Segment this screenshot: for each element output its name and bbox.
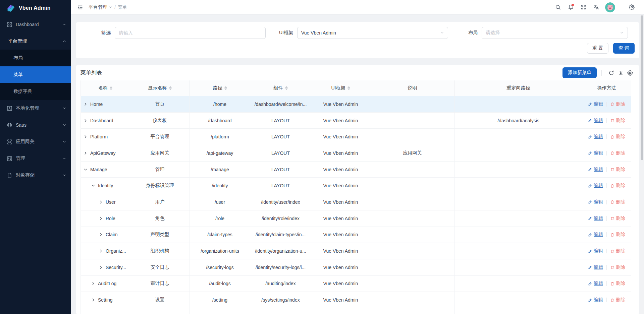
edit-button[interactable]: 编辑: [588, 232, 603, 238]
filter-layout-select[interactable]: 请选择: [482, 27, 628, 39]
table-row[interactable]: Setting设置/setting/sys/settings/indexVue …: [80, 292, 635, 308]
sort-icon[interactable]: [169, 86, 172, 90]
sidebar-item-Dashboard[interactable]: Dashboard: [0, 16, 71, 33]
edit-button[interactable]: 编辑: [588, 297, 603, 303]
delete-button[interactable]: 删除: [610, 215, 625, 222]
operations-cell: 编辑删除: [582, 227, 631, 243]
delete-button[interactable]: 删除: [610, 150, 625, 156]
edit-button[interactable]: 编辑: [588, 167, 603, 173]
column-header-名称[interactable]: 名称: [80, 80, 130, 96]
add-menu-button[interactable]: 添加新菜单: [562, 67, 597, 78]
edit-button[interactable]: 编辑: [588, 264, 603, 270]
delete-button[interactable]: 删除: [610, 183, 625, 189]
reset-button[interactable]: 重 置: [587, 43, 608, 54]
edit-button[interactable]: 编辑: [588, 248, 603, 254]
table-row[interactable]: User用户/user/identity/user/indexVue Vben …: [80, 194, 635, 210]
column-header-组件[interactable]: 组件: [250, 80, 311, 96]
row-height-icon[interactable]: [616, 68, 625, 77]
redirect-cell: [455, 292, 582, 308]
expand-row-icon[interactable]: [84, 102, 88, 106]
sidebar-item-平台管理[interactable]: 平台管理: [0, 33, 71, 50]
edit-button[interactable]: 编辑: [588, 183, 603, 189]
expand-row-icon[interactable]: [99, 216, 103, 221]
table-row[interactable]: Dashboard仪表板/dashboardLAYOUTVue Vben Adm…: [80, 113, 635, 129]
sidebar-item-数据字典[interactable]: 数据字典: [0, 83, 71, 100]
edit-button[interactable]: 编辑: [588, 215, 603, 222]
delete-button[interactable]: 删除: [610, 280, 625, 287]
refresh-icon[interactable]: [606, 68, 616, 77]
expand-row-icon[interactable]: [99, 249, 103, 253]
table-row[interactable]: [80, 308, 635, 314]
delete-button[interactable]: 删除: [610, 134, 625, 140]
edit-button[interactable]: 编辑: [588, 150, 603, 156]
logo[interactable]: Vben Admin: [0, 0, 71, 16]
sidebar-item-管理[interactable]: 管理: [0, 150, 71, 167]
column-header-显示名称[interactable]: 显示名称: [130, 80, 190, 96]
table-row[interactable]: Organiz...组织机构/organization-units/identi…: [80, 243, 635, 259]
sidebar-collapse-icon[interactable]: [74, 2, 86, 13]
column-header-UI框架[interactable]: UI框架: [311, 80, 370, 96]
sort-icon[interactable]: [347, 86, 350, 90]
edit-button[interactable]: 编辑: [588, 199, 603, 205]
table-row[interactable]: Claim声明类型/claim-types/identity/claim-typ…: [80, 227, 635, 243]
column-header-路径[interactable]: 路径: [190, 80, 250, 96]
scrollbar-thumb[interactable]: [641, 15, 643, 160]
translate-icon[interactable]: [590, 2, 602, 13]
delete-button[interactable]: 删除: [610, 118, 625, 124]
expand-row-icon[interactable]: [99, 200, 103, 204]
avatar[interactable]: [605, 2, 615, 12]
expand-row-icon[interactable]: [84, 151, 88, 155]
table-row[interactable]: Security...安全日志/security-logs/identity/s…: [80, 259, 635, 276]
expand-row-icon[interactable]: [91, 281, 95, 286]
fullscreen-icon[interactable]: [578, 2, 589, 13]
keyword-input[interactable]: [119, 30, 262, 36]
expand-row-icon[interactable]: [84, 135, 88, 139]
collapse-row-icon[interactable]: [84, 168, 88, 172]
delete-button[interactable]: 删除: [610, 199, 625, 205]
table-row[interactable]: Home首页/home/dashboard/welcome/in...Vue V…: [80, 96, 635, 113]
redirect-cell: [455, 162, 582, 178]
table-row[interactable]: AuditLog审计日志/audit-logs/auditing/indexVu…: [80, 276, 635, 292]
search-button[interactable]: 查 询: [613, 43, 635, 54]
filter-framework-select[interactable]: Vue Vben Admin: [297, 27, 448, 39]
sidebar-item-对象存储[interactable]: 对象存储: [0, 167, 71, 184]
settings-icon[interactable]: [626, 2, 637, 13]
sidebar-item-菜单[interactable]: 菜单: [0, 66, 71, 83]
filter-keyword-input[interactable]: [115, 27, 266, 39]
sort-icon[interactable]: [110, 86, 112, 90]
delete-button[interactable]: 删除: [610, 167, 625, 173]
delete-button[interactable]: 删除: [610, 248, 625, 254]
bell-icon[interactable]: [565, 2, 576, 13]
edit-button[interactable]: 编辑: [588, 101, 603, 107]
search-icon[interactable]: [552, 2, 564, 13]
edit-button[interactable]: 编辑: [588, 134, 603, 140]
edit-button[interactable]: 编辑: [588, 280, 603, 287]
gateway-icon: [7, 139, 12, 145]
breadcrumb-parent[interactable]: 平台管理: [89, 4, 112, 10]
sidebar-item-本地化管理[interactable]: 本地化管理: [0, 100, 71, 117]
expand-row-icon[interactable]: [99, 233, 103, 237]
sidebar-item-布局[interactable]: 布局: [0, 50, 71, 66]
sort-icon[interactable]: [224, 86, 227, 90]
table-row[interactable]: Manage管理/manageLAYOUTVue Vben Admin编辑删除: [80, 162, 635, 178]
delete-button[interactable]: 删除: [610, 297, 625, 303]
table-row[interactable]: Identity身份标识管理/identityLAYOUTVue Vben Ad…: [80, 178, 635, 194]
table-row[interactable]: Platform平台管理/platformLAYOUTVue Vben Admi…: [80, 129, 635, 145]
expand-row-icon[interactable]: [84, 119, 88, 123]
sidebar-item-Saas[interactable]: Saas: [0, 117, 71, 133]
column-settings-icon[interactable]: [625, 68, 635, 77]
vertical-scrollbar[interactable]: [640, 15, 644, 314]
row-name: Manage: [90, 167, 107, 172]
edit-button[interactable]: 编辑: [588, 118, 603, 124]
table-row[interactable]: Role角色/role/identity/role/indexVue Vben …: [80, 210, 635, 227]
collapse-row-icon[interactable]: [91, 184, 95, 188]
delete-button[interactable]: 删除: [610, 232, 625, 238]
delete-button[interactable]: 删除: [610, 264, 625, 270]
sort-icon[interactable]: [285, 86, 288, 90]
pencil-icon: [588, 135, 592, 139]
sidebar-item-应用网关[interactable]: 应用网关: [0, 133, 71, 150]
expand-row-icon[interactable]: [99, 265, 103, 269]
delete-button[interactable]: 删除: [610, 101, 625, 107]
table-row[interactable]: ApiGateway应用网关/api-gatewayLAYOUTVue Vben…: [80, 145, 635, 162]
expand-row-icon[interactable]: [91, 298, 95, 302]
